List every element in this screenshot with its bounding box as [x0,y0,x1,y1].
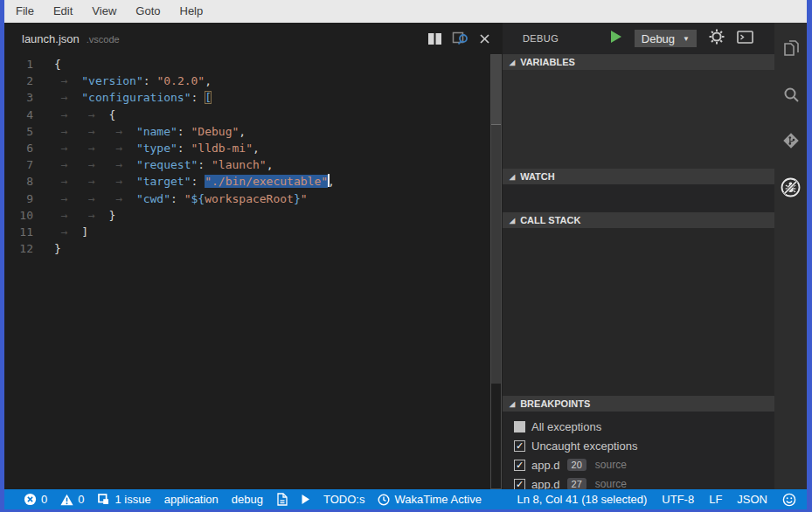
menu-item-help[interactable]: Help [170,0,213,23]
json-punctuation: : [177,125,191,138]
section-header-variables[interactable]: ◢VARIABLES [503,54,774,70]
selected-text: "./bin/executable" [205,175,328,188]
activity-debug-icon[interactable] [780,176,802,198]
open-preview-icon[interactable] [452,31,469,46]
json-punctuation: { [109,108,116,121]
menu-item-edit[interactable]: Edit [44,0,82,23]
status-errors[interactable]: 0 [24,493,47,506]
section-header-watch[interactable]: ◢WATCH [503,169,774,184]
status-warnings[interactable]: 0 [60,493,84,506]
breakpoint-checkbox[interactable]: ✓ [514,460,525,471]
json-punctuation: : [170,192,184,205]
tab-title: launch.json [22,32,80,45]
status-encoding[interactable]: UTF-8 [662,493,694,506]
status-todos-label: TODO:s [323,493,364,506]
json-key: "type" [136,142,177,155]
tab-whitespace-arrow: → [54,190,81,207]
debug-config-label: Debug [642,32,675,45]
code-line: →→{ [54,107,335,123]
json-punctuation: , [328,175,335,188]
activity-source-control-icon[interactable] [780,129,802,152]
tab-launch-json[interactable]: launch.json .vscode [4,32,120,45]
breakpoint-checkbox[interactable] [514,421,525,432]
status-wakatime[interactable]: WakaTime Active [378,493,481,506]
editor-scrollbar[interactable] [490,54,502,489]
json-punctuation: , [253,142,260,155]
breakpoint-checkbox[interactable]: ✓ [514,479,525,490]
code-editor[interactable]: 123456789101112 {→"version": "0.2.0",→"c… [4,54,503,489]
status-task-application[interactable]: application [164,493,219,506]
play-icon [301,494,310,505]
status-errors-label: 0 [41,493,47,506]
status-cursor-position-label: Ln 8, Col 41 (18 selected) [517,493,647,506]
tab-whitespace-arrow: → [54,173,81,190]
close-icon[interactable] [479,33,490,45]
chevron-down-icon: ▼ [683,35,690,43]
line-number: 12 [4,240,44,257]
code-line: →"version": "0.2.0", [54,73,335,89]
clock-icon [378,494,390,506]
tab-whitespace-arrow: → [109,140,136,156]
breakpoint-label: All exceptions [531,420,601,433]
status-cursor-position[interactable]: Ln 8, Col 41 (18 selected) [517,493,647,506]
section-header-call-stack[interactable]: ◢CALL STACK [503,212,774,228]
open-debug-console-icon[interactable] [737,31,753,47]
menu-item-goto[interactable]: Goto [126,0,170,23]
activity-search-icon[interactable] [780,83,802,106]
line-number: 1 [4,56,44,73]
tab-whitespace-arrow: → [109,123,136,140]
line-number-gutter: 123456789101112 [4,56,44,489]
code-line: { [54,56,335,73]
breakpoint-checkbox[interactable]: ✓ [514,440,525,452]
tab-whitespace-arrow: → [81,207,108,224]
code-line: →→→"target": "./bin/executable", [54,173,335,190]
code-line: →→→"name": "Debug", [54,123,335,140]
workbench: launch.json .vscode 123456789101112 [4,23,807,489]
twistie-icon: ◢ [510,400,515,408]
menu-item-file[interactable]: File [6,0,44,23]
tab-whitespace-arrow: → [81,173,108,190]
menu-item-view[interactable]: View [82,0,126,23]
debug-sidebar: DEBUG Debug ▼ ◢VAR [503,23,774,489]
breakpoint-source-detail: source [595,459,627,471]
configure-gear-icon[interactable] [709,29,725,48]
twistie-icon: ◢ [510,173,515,181]
tab-whitespace-arrow: → [81,123,108,140]
status-language-mode[interactable]: JSON [737,493,767,506]
status-file[interactable] [276,493,288,506]
breakpoint-row[interactable]: ✓Uncaught exceptions [503,436,774,455]
json-string: workspaceRoot [205,192,294,205]
debug-config-dropdown[interactable]: Debug ▼ [635,30,697,47]
json-punctuation: , [205,74,212,87]
section-header-breakpoints[interactable]: ◢BREAKPOINTS [503,396,774,412]
scrollbar-thumb[interactable] [491,55,501,125]
start-debug-icon[interactable] [610,30,622,47]
breakpoint-row[interactable]: ✓app.d20source [503,455,774,474]
json-key: "target" [136,175,191,188]
status-eol[interactable]: LF [709,493,722,506]
section-content-breakpoints: All exceptions✓Uncaught exceptions✓app.d… [503,412,774,489]
status-problems[interactable]: 1 issue [97,493,150,506]
vscode-window: FileEditViewGotoHelp launch.json .vscode [4,0,807,509]
json-punctuation: } [109,209,116,222]
section-label: CALL STACK [520,215,580,225]
line-number: 3 [4,89,44,106]
scrollbar-thumb-lower[interactable] [491,125,501,384]
breakpoint-row[interactable]: All exceptions [503,417,774,436]
line-number: 10 [4,207,44,224]
tab-whitespace-arrow: → [109,173,136,190]
line-number: 9 [4,190,44,207]
debug-toolbar: DEBUG Debug ▼ [503,23,774,54]
status-left: 001 issueapplicationdebugTODO:sWakaTime … [24,493,482,506]
status-feedback[interactable] [782,493,796,507]
breakpoint-row[interactable]: ✓app.d27source [503,474,774,489]
tab-whitespace-arrow: → [109,190,136,207]
json-string: "lldb-mi" [191,142,253,155]
activity-explorer-icon[interactable] [780,37,802,59]
status-todos[interactable]: TODO:s [323,493,364,506]
status-task-debug[interactable]: debug [232,493,263,506]
status-task-debug-label: debug [232,493,263,506]
tab-whitespace-arrow: → [54,123,81,140]
split-editor-icon[interactable] [427,32,442,45]
status-run-task[interactable] [301,494,310,505]
